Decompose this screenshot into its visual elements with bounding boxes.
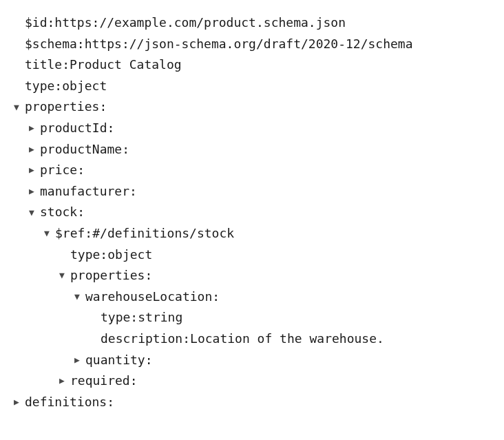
tree-row: ▶required: <box>14 370 490 392</box>
tree-key: $id <box>25 12 48 34</box>
tree-key: stock <box>40 202 77 223</box>
key-separator: : <box>77 202 85 223</box>
key-separator: : <box>77 34 85 55</box>
tree-key: required <box>70 370 130 392</box>
tree-key: quantity <box>85 350 145 371</box>
collapse-toggle-icon[interactable]: ▶ <box>29 163 40 178</box>
tree-row: ▶productId: <box>14 118 490 139</box>
key-separator: : <box>145 350 153 371</box>
key-separator: : <box>130 307 138 328</box>
key-separator: : <box>85 223 92 244</box>
tree-key: definitions <box>25 392 107 413</box>
collapse-toggle-icon[interactable]: ▶ <box>29 142 40 157</box>
tree-key: productId <box>40 118 107 139</box>
tree-key: properties <box>70 265 145 286</box>
tree-row: ▶price: <box>14 160 490 181</box>
tree-key: title <box>25 54 62 76</box>
tree-key: price <box>40 160 77 181</box>
tree-key: type <box>101 307 130 328</box>
tree-value: string <box>138 307 182 328</box>
key-separator: : <box>99 96 107 118</box>
tree-value: object <box>62 76 107 97</box>
key-separator: : <box>122 139 129 160</box>
tree-row: $schema: https://json-schema.org/draft/2… <box>14 34 490 55</box>
tree-row: ▶definitions: <box>14 392 490 413</box>
collapse-toggle-icon[interactable]: ▶ <box>59 373 70 388</box>
tree-key: description <box>101 328 182 350</box>
expand-toggle-icon[interactable]: ▼ <box>14 100 25 115</box>
key-separator: : <box>54 76 62 97</box>
key-separator: : <box>107 392 114 413</box>
collapse-toggle-icon[interactable]: ▶ <box>74 353 85 368</box>
tree-row: ▼properties: <box>14 96 490 118</box>
expand-toggle-icon[interactable]: ▼ <box>74 289 85 304</box>
tree-row: ▼properties: <box>14 265 490 286</box>
key-separator: : <box>62 54 70 76</box>
tree-row: ▼$ref: #/definitions/stock <box>14 223 490 244</box>
key-separator: : <box>107 118 115 139</box>
tree-row: ▶productName: <box>14 139 490 160</box>
tree-value: https://json-schema.org/draft/2020-12/sc… <box>85 34 413 55</box>
key-separator: : <box>182 328 190 350</box>
key-separator: : <box>145 265 152 286</box>
tree-value: object <box>107 244 152 266</box>
tree-row: ▼stock: <box>14 202 490 223</box>
tree-value: https://example.com/product.schema.json <box>54 12 346 34</box>
collapse-toggle-icon[interactable]: ▶ <box>29 121 40 136</box>
tree-row: type: string <box>14 307 490 328</box>
key-separator: : <box>77 160 85 181</box>
key-separator: : <box>212 286 220 308</box>
key-separator: : <box>48 12 55 34</box>
tree-key: manufacturer <box>40 181 129 202</box>
tree-row: ▶quantity: <box>14 350 490 371</box>
tree-row: title: Product Catalog <box>14 54 490 76</box>
tree-row: type: object <box>14 244 490 266</box>
key-separator: : <box>129 181 137 202</box>
expand-toggle-icon[interactable]: ▼ <box>59 268 70 283</box>
collapse-toggle-icon[interactable]: ▶ <box>29 184 40 199</box>
tree-row: ▶manufacturer: <box>14 181 490 202</box>
tree-key: $ref <box>55 223 85 244</box>
collapse-toggle-icon[interactable]: ▶ <box>14 395 25 410</box>
yaml-tree-viewer: $id: https://example.com/product.schema.… <box>14 12 490 412</box>
tree-key: warehouseLocation <box>85 286 212 308</box>
key-separator: : <box>130 370 138 392</box>
expand-toggle-icon[interactable]: ▼ <box>44 226 55 241</box>
tree-value: Location of the warehouse. <box>190 328 384 350</box>
tree-key: properties <box>25 96 99 118</box>
key-separator: : <box>100 244 107 266</box>
expand-toggle-icon[interactable]: ▼ <box>29 205 40 220</box>
tree-key: type <box>25 76 54 97</box>
tree-row: description: Location of the warehouse. <box>14 328 490 350</box>
tree-key: type <box>70 244 100 266</box>
tree-key: $schema <box>25 34 77 55</box>
tree-row: type: object <box>14 76 490 97</box>
tree-row: ▼warehouseLocation: <box>14 286 490 308</box>
tree-key: productName <box>40 139 122 160</box>
tree-value: Product Catalog <box>70 54 182 76</box>
tree-row: $id: https://example.com/product.schema.… <box>14 12 490 34</box>
tree-value: #/definitions/stock <box>92 223 234 244</box>
